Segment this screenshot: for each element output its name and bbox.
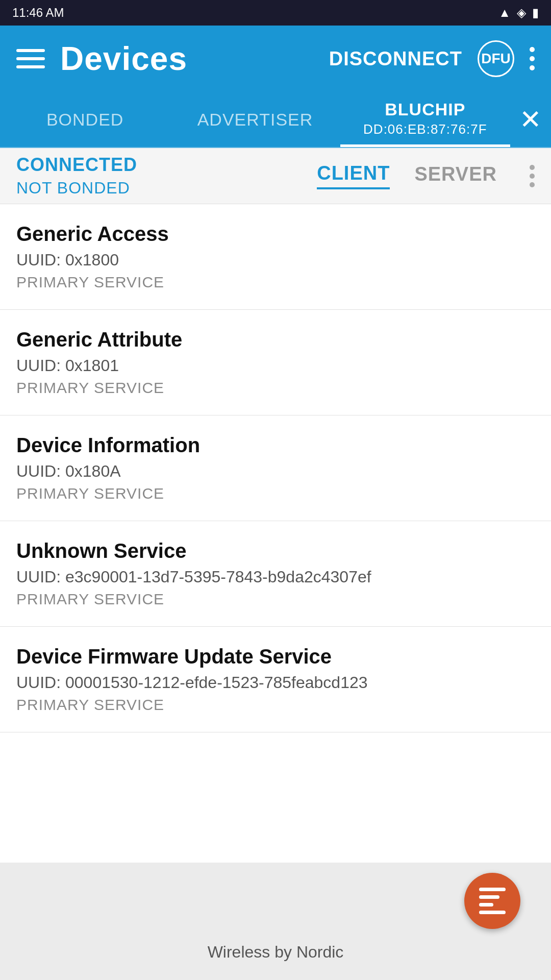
service-name: Unknown Service xyxy=(16,540,535,562)
bond-status-label: NOT BONDED xyxy=(16,179,317,198)
service-item[interactable]: Unknown Service UUID: e3c90001-13d7-5395… xyxy=(0,521,551,627)
status-icons: ▲ ◈ ▮ xyxy=(498,6,539,20)
signal-icon: ▲ xyxy=(498,6,511,20)
service-uuid: UUID: 0x180A xyxy=(16,462,535,481)
service-type: PRIMARY SERVICE xyxy=(16,485,535,502)
bottom-area: Wireless by Nordic xyxy=(0,863,551,980)
service-type: PRIMARY SERVICE xyxy=(16,591,535,608)
connection-bar: CONNECTED NOT BONDED CLIENT SERVER xyxy=(0,148,551,204)
tab-bonded[interactable]: BONDED xyxy=(0,92,170,147)
status-time: 11:46 AM xyxy=(12,6,64,20)
connected-label: CONNECTED xyxy=(16,154,317,176)
service-uuid: UUID: e3c90001-13d7-5395-7843-b9da2c4307… xyxy=(16,568,535,586)
service-item[interactable]: Device Information UUID: 0x180A PRIMARY … xyxy=(0,415,551,521)
service-type: PRIMARY SERVICE xyxy=(16,696,535,714)
menu-button[interactable] xyxy=(16,49,45,68)
filter-icon xyxy=(479,888,506,914)
service-item[interactable]: Device Firmware Update Service UUID: 000… xyxy=(0,627,551,732)
wifi-icon: ◈ xyxy=(517,6,526,20)
client-tab[interactable]: CLIENT xyxy=(317,162,390,189)
service-name: Device Firmware Update Service xyxy=(16,645,535,668)
service-list: Generic Access UUID: 0x1800 PRIMARY SERV… xyxy=(0,204,551,863)
service-uuid: UUID: 0x1800 xyxy=(16,251,535,270)
service-item[interactable]: Generic Attribute UUID: 0x1801 PRIMARY S… xyxy=(0,310,551,415)
server-tab[interactable]: SERVER xyxy=(414,163,497,188)
service-name: Generic Attribute xyxy=(16,328,535,351)
tab-bluchip[interactable]: BLUCHIP DD:06:EB:87:76:7F xyxy=(340,92,510,147)
device-tabs: BONDED ADVERTISER BLUCHIP DD:06:EB:87:76… xyxy=(0,92,551,148)
service-uuid: UUID: 0x1801 xyxy=(16,356,535,375)
tab-advertiser[interactable]: ADVERTISER xyxy=(170,92,340,147)
service-type: PRIMARY SERVICE xyxy=(16,379,535,397)
service-item[interactable]: Generic Access UUID: 0x1800 PRIMARY SERV… xyxy=(0,204,551,310)
client-server-more-button[interactable] xyxy=(530,165,535,187)
service-type: PRIMARY SERVICE xyxy=(16,274,535,291)
overflow-menu-button[interactable] xyxy=(530,47,535,70)
status-bar: 11:46 AM ▲ ◈ ▮ xyxy=(0,0,551,26)
service-uuid: UUID: 00001530-1212-efde-1523-785feabcd1… xyxy=(16,673,535,692)
dfu-button[interactable]: DFU xyxy=(478,40,514,77)
client-server-tabs: CLIENT SERVER xyxy=(317,162,535,189)
service-name: Device Information xyxy=(16,434,535,457)
tab-close-button[interactable]: ✕ xyxy=(510,92,551,147)
connection-status: CONNECTED NOT BONDED xyxy=(16,154,317,198)
filter-fab-button[interactable] xyxy=(464,873,520,929)
battery-icon: ▮ xyxy=(532,6,539,20)
footer-text: Wireless by Nordic xyxy=(208,943,344,962)
disconnect-button[interactable]: DISCONNECT xyxy=(329,48,462,70)
app-bar: Devices DISCONNECT DFU xyxy=(0,26,551,92)
service-name: Generic Access xyxy=(16,223,535,246)
page-title: Devices xyxy=(60,40,314,78)
